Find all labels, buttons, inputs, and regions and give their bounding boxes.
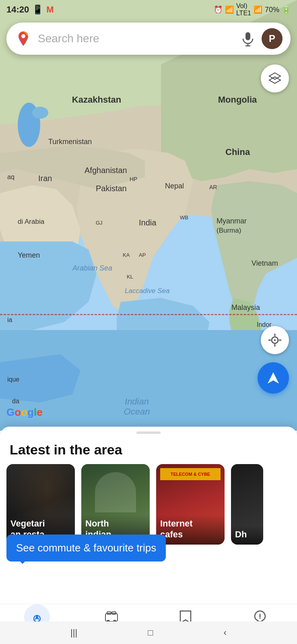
svg-text:da: da xyxy=(12,398,19,405)
home-button[interactable]: □ xyxy=(148,627,153,638)
status-bar: 14:20 📱 M ⏰ 📶 Vol)LTE1 📶 70% 🔋 xyxy=(0,0,297,19)
svg-text:Ocean: Ocean xyxy=(124,407,150,417)
svg-text:Afghanistan: Afghanistan xyxy=(85,166,127,175)
svg-text:KL: KL xyxy=(127,274,133,280)
svg-text:WB: WB xyxy=(180,215,188,221)
svg-text:Indian: Indian xyxy=(125,396,149,407)
alarm-icon: ⏰ xyxy=(214,5,223,14)
recent-apps-button[interactable]: ||| xyxy=(70,627,77,638)
svg-point-2 xyxy=(32,107,48,119)
search-bar[interactable]: Search here P xyxy=(6,23,291,55)
tooltip-text: See commute & favourite trips xyxy=(16,542,156,554)
svg-text:ia: ia xyxy=(7,316,12,323)
svg-point-54 xyxy=(259,618,260,619)
lte-icon: Vol)LTE1 xyxy=(236,2,251,17)
latest-in-area-title: Latest in the area xyxy=(0,434,297,464)
place-cards-row: Vegetarian resta Northindian TELECOM & C… xyxy=(0,464,297,545)
dh-card-label: Dh xyxy=(231,525,263,545)
svg-text:AP: AP xyxy=(139,252,146,258)
svg-point-43 xyxy=(21,34,25,38)
svg-text:GJ: GJ xyxy=(96,220,103,226)
google-maps-logo xyxy=(14,30,32,47)
map-dashed-line xyxy=(0,314,297,315)
google-logo: Google xyxy=(6,406,43,419)
wifi-icon: 📶 xyxy=(225,5,234,14)
layer-toggle-button[interactable] xyxy=(261,64,289,93)
svg-text:Turkmenistan: Turkmenistan xyxy=(48,138,92,146)
svg-marker-34 xyxy=(269,73,280,79)
location-button[interactable] xyxy=(261,326,289,354)
directions-icon xyxy=(266,371,280,385)
bottom-sheet: Latest in the area Vegetarian resta Nort… xyxy=(0,427,297,604)
svg-text:India: India xyxy=(139,218,157,227)
layers-icon xyxy=(268,71,282,86)
svg-text:Myanmar: Myanmar xyxy=(217,217,247,225)
svg-text:ique: ique xyxy=(7,376,19,383)
place-card-dh[interactable]: Dh xyxy=(231,464,263,545)
time-display: 14:20 xyxy=(6,4,29,15)
svg-point-37 xyxy=(274,339,276,341)
svg-text:(Burma): (Burma) xyxy=(217,227,241,234)
location-icon xyxy=(268,333,282,347)
place-card-internet[interactable]: TELECOM & CYBE Internetcafes xyxy=(156,464,225,545)
svg-marker-35 xyxy=(269,77,280,83)
svg-rect-44 xyxy=(245,32,250,40)
svg-text:HP: HP xyxy=(130,176,137,182)
svg-text:Pakistan: Pakistan xyxy=(96,184,127,193)
user-avatar[interactable]: P xyxy=(262,28,283,49)
signal-icon: 📶 xyxy=(254,5,262,14)
internet-card-label: Internetcafes xyxy=(156,514,225,545)
microphone-icon[interactable] xyxy=(240,31,256,47)
gmail-icon: M xyxy=(46,4,54,15)
battery-icon: 🔋 xyxy=(282,5,291,14)
search-input[interactable]: Search here xyxy=(38,32,234,45)
whatsapp-icon: 📱 xyxy=(32,4,43,15)
place-card-veg[interactable]: Vegetarian resta xyxy=(6,464,75,545)
svg-text:Nepal: Nepal xyxy=(165,182,184,190)
commute-tooltip[interactable]: See commute & favourite trips xyxy=(6,535,166,561)
svg-text:KA: KA xyxy=(123,252,130,258)
svg-text:Yemen: Yemen xyxy=(18,251,40,259)
status-left: 14:20 📱 M xyxy=(6,4,54,15)
map-area[interactable]: Kazakhstan Mongolia Turkmenistan China I… xyxy=(0,0,297,431)
battery-label: 70% xyxy=(265,6,279,14)
svg-text:Arabian Sea: Arabian Sea xyxy=(72,264,112,272)
svg-text:Vietnam: Vietnam xyxy=(252,259,278,267)
svg-text:China: China xyxy=(225,147,250,157)
svg-text:Mongolia: Mongolia xyxy=(218,95,257,105)
svg-text:Kazakhstan: Kazakhstan xyxy=(72,95,121,105)
svg-text:Malaysia: Malaysia xyxy=(231,303,260,312)
system-nav-bar: ||| □ ‹ xyxy=(0,621,297,644)
svg-text:di Arabia: di Arabia xyxy=(18,218,45,225)
map-svg: Kazakhstan Mongolia Turkmenistan China I… xyxy=(0,0,297,431)
svg-text:AR: AR xyxy=(209,184,217,190)
place-card-north[interactable]: Northindian xyxy=(81,464,150,545)
status-right: ⏰ 📶 Vol)LTE1 📶 70% 🔋 xyxy=(214,2,291,17)
navigation-fab[interactable] xyxy=(258,362,289,394)
svg-text:Laccadive Sea: Laccadive Sea xyxy=(125,287,170,295)
svg-text:Iran: Iran xyxy=(38,174,52,183)
svg-marker-42 xyxy=(268,372,279,384)
back-button[interactable]: ‹ xyxy=(224,627,227,638)
svg-text:aq: aq xyxy=(7,173,14,180)
